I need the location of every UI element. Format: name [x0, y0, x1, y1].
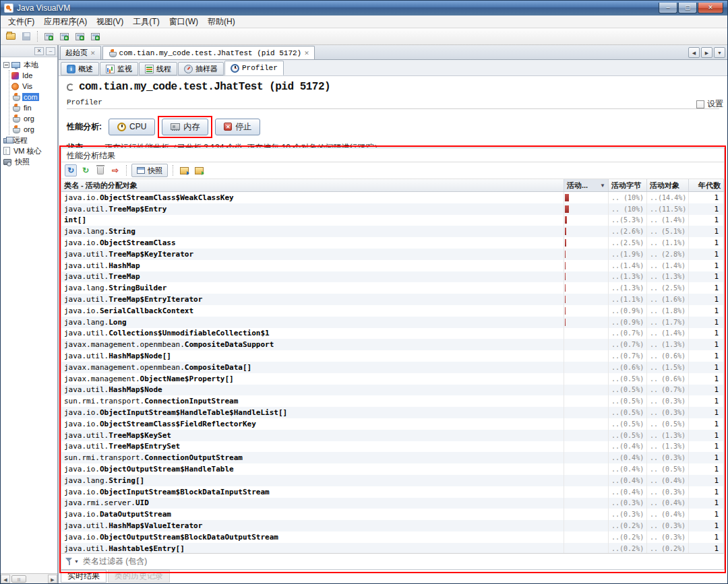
class-filter-bar[interactable]: ▼ 类名过滤器 (包含) — [61, 553, 724, 569]
close-tab-icon[interactable]: ✕ — [90, 50, 96, 57]
tab-overview[interactable]: i概述 — [61, 62, 99, 75]
scroll-left-icon[interactable]: ◀ — [1, 575, 10, 583]
menu-item[interactable]: 帮助(H) — [203, 15, 240, 28]
table-row[interactable]: java.util.HashMap$ValueIterator ..(0.2%)… — [61, 520, 724, 531]
table-row[interactable]: java.util.TreeMap ..(1.3%) ..(1.3%) 1 — [61, 271, 724, 283]
table-row[interactable]: java.io.SerialCallbackContext ..(0.9%) .… — [61, 305, 724, 317]
settings-checkbox[interactable] — [696, 100, 704, 108]
sidebar-horizontal-scrollbar[interactable]: ◀ ||| ▶ — [1, 573, 57, 583]
sidebar-minimize-button[interactable]: – — [46, 47, 55, 55]
table-row[interactable]: javax.management.openmbean.CompositeData… — [61, 339, 724, 350]
save-view-button[interactable] — [178, 164, 190, 176]
table-row[interactable]: javax.management.openmbean.CompositeData… — [61, 362, 724, 373]
column-live-objects[interactable]: 活动对象 — [647, 179, 689, 191]
tab-jhattest-application[interactable]: com.tian.my_code.test.JhatTest (pid 5172… — [102, 46, 315, 59]
add-vm-coredump-button[interactable]: + — [73, 30, 86, 43]
sidebar-float-button[interactable]: ✕ — [34, 47, 44, 55]
table-row[interactable]: java.io.ObjectOutputStream$BlockDataOutp… — [61, 531, 724, 543]
table-row[interactable]: javax.management.ObjectName$Property[] .… — [61, 373, 724, 385]
sidebar-item-snapshots[interactable]: 快照 — [3, 156, 57, 167]
menu-item[interactable]: 窗口(W) — [164, 15, 203, 28]
refresh-now-icon[interactable]: ↻ — [80, 164, 92, 176]
collapse-icon[interactable] — [3, 62, 9, 68]
table-row[interactable]: java.util.Hashtable$Entry[] ..(0.2%) ..(… — [61, 543, 724, 553]
sidebar-item-org2[interactable]: org — [11, 124, 57, 135]
column-class-name[interactable]: 类名 - 活动的分配对象 — [61, 179, 564, 191]
table-row[interactable]: java.io.ObjectInputStream$BlockDataInput… — [61, 486, 724, 498]
table-row[interactable]: java.util.TreeMap$Entry ..(10%) ..(11.5%… — [61, 203, 724, 215]
table-row[interactable]: java.io.ObjectStreamClass ..(2.5%) ..(1.… — [61, 237, 724, 249]
load-snapshot-button[interactable] — [4, 30, 18, 43]
column-live-bytes-bar[interactable]: 活动... ▼ — [564, 179, 609, 191]
cpu-profile-button[interactable]: CPU — [109, 119, 155, 135]
sidebar-item-org[interactable]: org — [11, 113, 57, 124]
table-row[interactable]: int[] ..(5.3%) ..(1.4%) 1 — [61, 215, 724, 226]
sidebar-item-local[interactable]: 本地 — [3, 59, 57, 70]
table-row[interactable]: java.lang.StringBuilder ..(1.3%) ..(2.5%… — [61, 282, 724, 294]
column-live-bytes[interactable]: 活动字节 — [609, 179, 647, 191]
maximize-button[interactable]: ▢ — [678, 3, 697, 13]
title-bar[interactable]: Java VisualVM – ▢ ✕ — [1, 1, 727, 15]
export-data-button[interactable] — [193, 164, 205, 176]
menu-item[interactable]: 工具(T) — [128, 15, 164, 28]
tab-class-history[interactable]: 类的历史记录 — [108, 570, 170, 583]
sidebar-item-visualvm[interactable]: Vis — [11, 81, 57, 92]
table-row[interactable]: java.io.ObjectInputStream$HandleTable$Ha… — [61, 407, 724, 418]
table-row[interactable]: java.util.HashMap$Node ..(0.5%) ..(0.7%)… — [61, 385, 724, 396]
table-row[interactable]: java.io.ObjectStreamClass$WeakClassKey .… — [61, 192, 724, 203]
close-button[interactable]: ✕ — [698, 3, 723, 13]
table-row[interactable]: sun.rmi.transport.ConnectionInputStream … — [61, 395, 724, 407]
table-row[interactable]: sun.rmi.transport.ConnectionOutputStream… — [61, 452, 724, 463]
column-generations[interactable]: 年代数 — [689, 179, 724, 191]
sidebar-item-vm-coredumps[interactable]: VM 核心 — [3, 145, 57, 156]
table-row[interactable]: java.io.ObjectStreamClass$FieldReflector… — [61, 418, 724, 430]
minimize-button[interactable]: – — [659, 3, 677, 13]
table-row[interactable]: java.util.HashMap$Node[] ..(0.7%) ..(0.6… — [61, 350, 724, 362]
table-row[interactable]: java.util.TreeMap$KeySet ..(0.5%) ..(1.3… — [61, 430, 724, 441]
table-row[interactable]: java.util.TreeMap$KeyIterator ..(1.9%) .… — [61, 249, 724, 260]
tab-profiler[interactable]: Profiler — [224, 61, 284, 75]
sidebar-item-com-selected[interactable]: com — [11, 92, 57, 102]
filter-funnel-icon[interactable] — [65, 558, 73, 565]
settings-toggle[interactable]: 设置 — [696, 98, 723, 110]
table-row[interactable]: java.util.TreeMap$EntrySet ..(0.4%) ..(1… — [61, 441, 724, 453]
tab-start-page[interactable]: 起始页 ✕ — [60, 46, 101, 59]
table-row[interactable]: java.util.Collections$UnmodifiableCollec… — [61, 328, 724, 339]
table-row[interactable]: java.rmi.server.UID ..(0.3%) ..(0.4%) 1 — [61, 498, 724, 509]
close-tab-icon[interactable]: ✕ — [304, 50, 309, 57]
take-snapshot-button[interactable]: 快照 — [131, 164, 168, 177]
memory-profile-button[interactable]: 内存 — [162, 119, 208, 135]
coredump-icon — [3, 147, 10, 155]
table-row[interactable]: java.util.HashMap ..(1.4%) ..(1.4%) 1 — [61, 260, 724, 271]
sidebar-item-ide[interactable]: Ide — [11, 70, 57, 81]
scroll-tabs-right-button[interactable]: ▶ — [701, 47, 712, 58]
table-row[interactable]: java.lang.String[] ..(0.4%) ..(0.4%) 1 — [61, 475, 724, 486]
save-snapshot-button[interactable] — [20, 30, 33, 43]
table-row[interactable]: java.lang.String ..(2.6%) ..(5.1%) 1 — [61, 226, 724, 237]
add-jmx-connection-button[interactable]: + — [57, 30, 71, 43]
app-logo-icon — [4, 3, 13, 13]
menu-item[interactable]: 应用程序(A) — [39, 15, 92, 28]
tab-threads[interactable]: 线程 — [139, 62, 177, 75]
dump-heap-icon[interactable]: ⇨ — [109, 164, 121, 176]
scroll-right-icon[interactable]: ▶ — [48, 575, 57, 583]
scrollbar-thumb[interactable]: ||| — [11, 575, 26, 583]
menu-item[interactable]: 视图(V) — [92, 15, 128, 28]
tab-monitor[interactable]: 监视 — [100, 62, 138, 75]
table-row[interactable]: java.io.ObjectOutputStream$HandleTable .… — [61, 463, 724, 475]
table-row[interactable]: java.lang.Long ..(0.9%) ..(1.7%) 1 — [61, 317, 724, 328]
sidebar-item-fin[interactable]: fin — [11, 102, 57, 113]
table-row[interactable]: java.util.TreeMap$EntryIterator ..(1.1%)… — [61, 294, 724, 305]
tab-live-results[interactable]: 实时结果 — [61, 570, 107, 583]
tab-list-dropdown-button[interactable]: ▼ — [714, 47, 725, 58]
table-row[interactable]: java.io.DataOutputStream ..(0.3%) ..(0.4… — [61, 509, 724, 520]
auto-refresh-toggle-icon[interactable]: ↻ — [65, 164, 77, 176]
stop-profile-button[interactable]: ✕停止 — [215, 119, 260, 135]
sidebar-item-remote[interactable]: 远程 — [3, 135, 57, 145]
menu-item[interactable]: 文件(F) — [3, 15, 39, 28]
scroll-tabs-left-button[interactable]: ◀ — [688, 47, 700, 58]
tab-sampler[interactable]: 抽样器 — [178, 62, 224, 75]
reset-results-button[interactable] — [94, 164, 107, 176]
add-application-button[interactable]: + — [42, 30, 55, 43]
add-snapshot-button[interactable]: + — [88, 30, 102, 43]
